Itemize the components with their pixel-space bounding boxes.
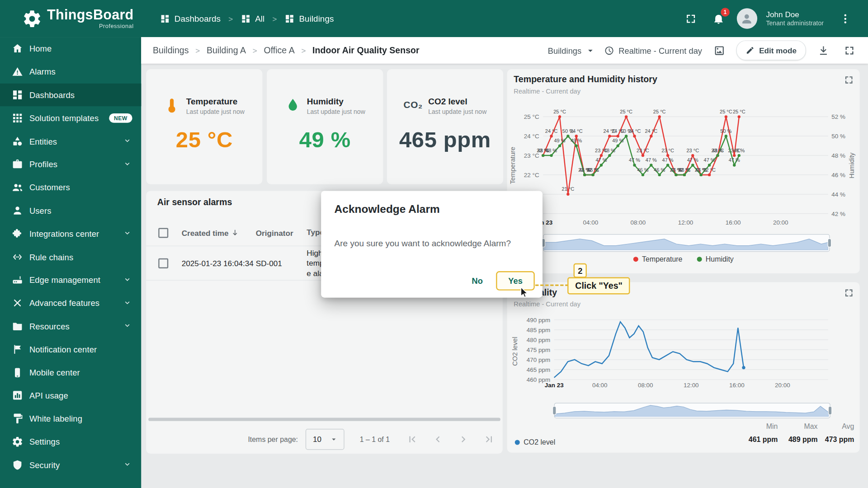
card-fullscreen-button[interactable] bbox=[844, 288, 854, 300]
shield-icon bbox=[10, 458, 24, 471]
svg-text:25 °C: 25 °C bbox=[620, 109, 632, 114]
chevron-down-icon bbox=[123, 298, 132, 308]
edit-mode-button[interactable]: Edit mode bbox=[736, 40, 806, 60]
svg-text:47 %: 47 % bbox=[687, 157, 698, 163]
first-page-button[interactable] bbox=[406, 433, 419, 446]
crumb-buildings[interactable]: Buildings bbox=[153, 45, 189, 55]
breadcrumb-all[interactable]: All bbox=[241, 14, 264, 23]
next-page-button[interactable] bbox=[457, 433, 469, 446]
card-fullscreen-button[interactable] bbox=[844, 75, 854, 87]
app-subtitle: Professional bbox=[99, 23, 134, 29]
sidebar-item-edge-management[interactable]: Edge management bbox=[0, 268, 141, 291]
sidebar-item-label: Profiles bbox=[29, 160, 57, 169]
prev-page-button[interactable] bbox=[432, 433, 444, 446]
row-checkbox[interactable] bbox=[158, 258, 168, 268]
crumb-office-a[interactable]: Office A bbox=[264, 45, 294, 55]
svg-text:50 %: 50 % bbox=[831, 133, 845, 140]
svg-text:49 %: 49 % bbox=[554, 138, 565, 143]
dots-vertical-icon bbox=[839, 13, 851, 25]
top-breadcrumb: Dashboards > All > Buildings bbox=[160, 14, 334, 23]
user-info[interactable]: John Doe Tenant administrator bbox=[766, 9, 824, 28]
breadcrumb-label: Buildings bbox=[299, 14, 334, 23]
thingsboard-logo[interactable]: ThingsBoard Professional bbox=[0, 8, 141, 29]
alarms-title: Air sensor alarms bbox=[157, 197, 232, 207]
svg-text:25 °C: 25 °C bbox=[733, 109, 745, 114]
dashboard-icon bbox=[160, 14, 170, 23]
co2-level-chart: 490 ppm485 ppm480 ppm475 ppm470 ppm465 p… bbox=[507, 313, 860, 390]
header-created-time[interactable]: Created time bbox=[182, 228, 256, 237]
caret-down-icon bbox=[585, 45, 596, 56]
sidebar-item-notification-center[interactable]: Notification center bbox=[0, 338, 141, 361]
sidebar-item-security[interactable]: Security bbox=[0, 453, 141, 476]
brush-handle-right[interactable] bbox=[828, 239, 832, 248]
sidebar-item-label: Customers bbox=[29, 183, 70, 192]
select-all-checkbox[interactable] bbox=[158, 228, 168, 238]
breadcrumb-dashboards[interactable]: Dashboards bbox=[160, 14, 221, 23]
header-checkbox-cell bbox=[146, 228, 181, 238]
sidebar-item-label: Advanced features bbox=[29, 298, 99, 308]
sidebar-item-solution-templates[interactable]: Solution templates NEW bbox=[0, 107, 141, 130]
brush-handle-right[interactable] bbox=[828, 406, 832, 415]
sidebar-item-entities[interactable]: Entities bbox=[0, 130, 141, 153]
chevron-right-icon bbox=[457, 433, 469, 446]
dashboard-icon bbox=[285, 14, 295, 23]
avatar[interactable] bbox=[737, 8, 757, 28]
toolbar-fullscreen-button[interactable] bbox=[840, 42, 858, 59]
sidebar-item-label: Home bbox=[29, 44, 52, 53]
time-brush[interactable] bbox=[554, 403, 830, 418]
sidebar-item-advanced-features[interactable]: Advanced features bbox=[0, 291, 141, 314]
legend-temperature[interactable]: Temperature bbox=[633, 255, 682, 263]
sidebar-item-white-labeling[interactable]: White labeling bbox=[0, 407, 141, 430]
chart-legend: Temperature Humidity bbox=[507, 255, 860, 263]
sidebar-item-dashboards[interactable]: Dashboards bbox=[0, 83, 141, 106]
svg-text:485 ppm: 485 ppm bbox=[527, 327, 550, 333]
notifications-button[interactable]: 1 bbox=[709, 9, 728, 28]
sidebar-item-rule-chains[interactable]: Rule chains bbox=[0, 245, 141, 268]
sidebar-item-users[interactable]: Users bbox=[0, 199, 141, 222]
sidebar-item-integrations-center[interactable]: Integrations center bbox=[0, 222, 141, 245]
legend-co2-level[interactable]: CO2 level bbox=[515, 438, 555, 446]
svg-text:47 %: 47 % bbox=[704, 157, 715, 163]
dashboard-image-button[interactable] bbox=[710, 42, 728, 59]
sidebar-item-settings[interactable]: Settings bbox=[0, 430, 141, 453]
svg-text:46 %: 46 % bbox=[654, 167, 665, 173]
fullscreen-button[interactable] bbox=[681, 9, 700, 28]
folder-icon bbox=[10, 319, 24, 333]
svg-text:47 %: 47 % bbox=[595, 157, 607, 163]
time-brush[interactable] bbox=[543, 234, 830, 252]
svg-text:12:00: 12:00 bbox=[684, 382, 699, 389]
svg-text:46 %: 46 % bbox=[695, 167, 707, 173]
timewindow-value: Realtime - Current day bbox=[618, 46, 702, 55]
column-label: Created time bbox=[182, 228, 229, 237]
brush-handle-left[interactable] bbox=[552, 406, 557, 415]
first-page-icon bbox=[406, 433, 419, 446]
breadcrumb-buildings[interactable]: Buildings bbox=[285, 14, 334, 23]
items-per-page-select[interactable]: 10 bbox=[306, 429, 344, 450]
legend-humidity[interactable]: Humidity bbox=[697, 255, 734, 263]
last-page-button[interactable] bbox=[483, 433, 495, 446]
no-button[interactable]: No bbox=[464, 271, 491, 291]
timewindow-button[interactable]: Realtime - Current day bbox=[604, 45, 702, 56]
entity-select[interactable]: Buildings bbox=[548, 45, 596, 56]
svg-text:23 °C: 23 °C bbox=[686, 148, 699, 153]
temperature-value: 25 °C bbox=[176, 127, 233, 152]
sidebar-item-home[interactable]: Home bbox=[0, 37, 141, 60]
thermometer-icon bbox=[164, 97, 181, 113]
more-menu-button[interactable] bbox=[836, 9, 855, 28]
sidebar-item-profiles[interactable]: Profiles bbox=[0, 153, 141, 176]
sidebar-item-customers[interactable]: Customers bbox=[0, 176, 141, 199]
co2-icon: CO₂ bbox=[404, 99, 423, 110]
fullscreen-icon bbox=[684, 13, 697, 25]
sidebar-item-api-usage[interactable]: API usage bbox=[0, 384, 141, 407]
header-originator[interactable]: Originator bbox=[256, 228, 307, 237]
breadcrumb-separator: > bbox=[272, 14, 277, 23]
crumb-building-a[interactable]: Building A bbox=[207, 45, 246, 55]
horizontal-scrollbar[interactable] bbox=[148, 418, 500, 421]
sidebar-item-resources[interactable]: Resources bbox=[0, 314, 141, 338]
sidebar-item-alarms[interactable]: Alarms bbox=[0, 60, 141, 83]
sidebar-item-mobile-center[interactable]: Mobile center bbox=[0, 361, 141, 384]
svg-text:48 %: 48 % bbox=[604, 148, 615, 153]
svg-text:475 ppm: 475 ppm bbox=[527, 347, 550, 353]
svg-text:50 %: 50 % bbox=[720, 128, 731, 134]
download-button[interactable] bbox=[814, 42, 832, 59]
